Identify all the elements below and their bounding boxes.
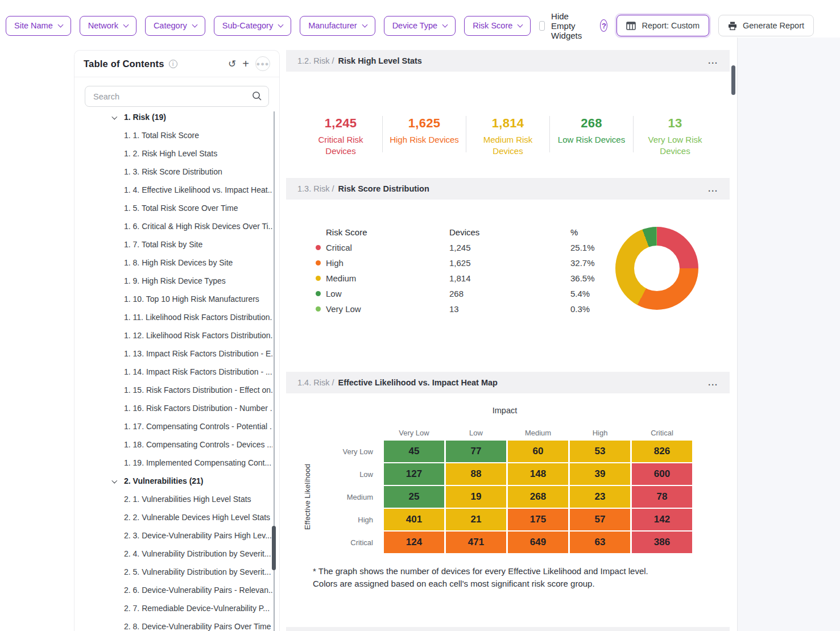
stat-value: 1,625	[383, 116, 466, 131]
stat-value: 268	[550, 116, 633, 131]
footnote-line-2: Colors are assigned based on each cell's…	[313, 578, 648, 590]
legend-row-label: Critical	[316, 243, 449, 252]
refresh-icon[interactable]: ↺	[228, 59, 236, 69]
toc-scrollbar-thumb[interactable]	[272, 526, 276, 570]
toc-item-1-1-total-risk-s[interactable]: 1. 1. Total Risk Score	[75, 126, 272, 144]
toc-item-2-6-device-vulne[interactable]: 2. 6. Device-Vulnerability Pairs - Relev…	[75, 581, 272, 599]
toc-item-1-8-high-risk-de[interactable]: 1. 8. High Risk Devices by Site	[75, 254, 272, 272]
heatmap-cell: 63	[570, 532, 630, 553]
hide-empty-widgets-checkbox[interactable]	[539, 21, 545, 31]
widget-menu-button[interactable]: ...	[708, 184, 718, 193]
toc-actions: ↺ + ●●●	[228, 56, 270, 71]
toc-item-1-14-impact-risk[interactable]: 1. 14. Impact Risk Factors Distribution …	[75, 363, 272, 381]
chevron-down-icon	[518, 22, 523, 27]
heatmap-cell: 268	[508, 486, 568, 508]
heatmap-corner	[319, 426, 382, 439]
toc-title: Table of Contents	[84, 59, 164, 69]
legend-text: Low	[326, 289, 342, 298]
heatmap-cell: 175	[508, 509, 568, 530]
toc-item-1-4-effective-li[interactable]: 1. 4. Effective Likelihood vs. Impact He…	[75, 181, 272, 199]
heatmap-cell: 23	[570, 486, 630, 508]
toc-item-2-3-device-vulne[interactable]: 2. 3. Device-Vulnerability Pairs High Le…	[75, 526, 272, 545]
heatmap-cell: 21	[446, 509, 506, 530]
heatmap-cell: 45	[384, 441, 444, 462]
chevron-down-icon	[192, 22, 197, 27]
toc-item-1-19-implemented[interactable]: 1. 19. Implemented Compensating Cont...	[75, 454, 272, 472]
report-custom-button[interactable]: Report: Custom	[616, 15, 709, 36]
search-input[interactable]	[85, 86, 269, 107]
generate-report-label: Generate Report	[743, 21, 804, 30]
legend-row-label: Medium	[316, 273, 449, 283]
toc-item-1-2-risk-high-le[interactable]: 1. 2. Risk High Level Stats	[75, 144, 272, 163]
filter-site-name[interactable]: Site Name	[6, 16, 71, 36]
filter-sub-category[interactable]: Sub-Category	[214, 16, 291, 36]
chevron-down-icon	[112, 114, 117, 119]
filter-manufacturer[interactable]: Manufacturer	[300, 16, 375, 36]
toc-item-1-16-risk-factor[interactable]: 1. 16. Risk Factors Distribution - Numbe…	[75, 399, 272, 417]
filter-category[interactable]: Category	[145, 16, 205, 36]
page-gutter	[738, 38, 840, 631]
widget-menu-button[interactable]: ...	[708, 56, 718, 65]
toc-item-1-18-compensatin[interactable]: 1. 18. Compensating Controls - Devices .…	[75, 435, 272, 454]
toc-item-1-17-compensatin[interactable]: 1. 17. Compensating Controls - Potential…	[75, 417, 272, 435]
toc-item-1-5-total-risk-s[interactable]: 1. 5. Total Risk Score Over Time	[75, 199, 272, 217]
filter-device-type[interactable]: Device Type	[384, 16, 456, 36]
filter-label: Sub-Category	[222, 21, 273, 30]
toc-item-2-8-device-vulne[interactable]: 2. 8. Device-Vulnerability Pairs Over Ti…	[75, 617, 272, 631]
toc-item-2-1-vulnerabilit[interactable]: 2. 1. Vulnerabilities High Level Stats	[75, 490, 272, 508]
stat-label: Medium Risk Devices	[470, 134, 545, 157]
toc-item-1-9-high-risk-de[interactable]: 1. 9. High Risk Device Types	[75, 272, 272, 290]
device-count: 13	[449, 304, 570, 314]
heatmap-grid: Very LowLowMediumHighCriticalVery Low457…	[319, 426, 692, 553]
filters-toolbar: Site NameNetworkCategorySub-CategoryManu…	[6, 10, 806, 41]
heatmap-column-header: High	[570, 426, 630, 439]
toc-section-1-risk-19[interactable]: 1. Risk (19)	[75, 108, 272, 126]
help-icon[interactable]: ?	[600, 19, 607, 32]
legend-dot	[316, 260, 321, 265]
filter-label: Category	[154, 21, 187, 30]
heatmap-cell: 77	[446, 441, 506, 462]
heatmap-cell: 57	[570, 509, 630, 530]
legend-text: Medium	[326, 273, 356, 283]
toolbar-actions: Hide Empty Widgets ? Report: Custom G	[539, 11, 814, 40]
toc-item-2-7-remediable-d[interactable]: 2. 7. Remediable Device-Vulnerability P.…	[75, 599, 272, 617]
chevron-down-icon	[57, 22, 63, 27]
heatmap-column-header: Critical	[632, 426, 692, 439]
stat-label: Critical Risk Devices	[303, 134, 378, 157]
heatmap-row-header: Medium	[319, 486, 382, 508]
filter-risk-score[interactable]: Risk Score	[464, 16, 531, 36]
toc-item-2-5-vulnerabilit[interactable]: 2. 5. Vulnerability Distribution by Seve…	[75, 563, 272, 581]
legend-text: Very Low	[326, 304, 361, 314]
heatmap-cell: 142	[632, 509, 692, 530]
add-icon[interactable]: +	[242, 58, 249, 69]
generate-report-button[interactable]: Generate Report	[718, 15, 814, 36]
toc-item-2-2-vulnerable-d[interactable]: 2. 2. Vulnerable Devices High Level Stat…	[75, 508, 272, 526]
filter-label: Network	[88, 21, 118, 30]
heatmap-row-header: High	[319, 509, 382, 530]
toc-item-1-3-risk-score-d[interactable]: 1. 3. Risk Score Distribution	[75, 163, 272, 181]
toc-section-label: 2. Vulnerabilities (21)	[124, 476, 204, 485]
risk-distribution-table: Risk ScoreDevices%Critical1,24525.1%High…	[316, 225, 627, 317]
toc-item-1-11-likelihood[interactable]: 1. 11. Likelihood Risk Factors Distribut…	[75, 308, 272, 326]
toc-item-1-13-impact-risk[interactable]: 1. 13. Impact Risk Factors Distribution …	[75, 344, 272, 363]
toc-item-1-12-likelihood[interactable]: 1. 12. Likelihood Risk Factors Distribut…	[75, 326, 272, 344]
more-options-icon[interactable]: ●●●	[255, 56, 270, 71]
toc-item-2-4-vulnerabilit[interactable]: 2. 4. Vulnerability Distribution by Seve…	[75, 545, 272, 563]
legend-row-label: Very Low	[316, 304, 449, 314]
toc-item-1-6-critical-h[interactable]: 1. 6. Critical & High Risk Devices Over …	[75, 217, 272, 235]
stat-medium-risk-devices: 1,814Medium Risk Devices	[466, 116, 549, 157]
widget-menu-button[interactable]: ...	[708, 378, 718, 387]
main-scrollbar-thumb[interactable]	[731, 65, 735, 95]
toc-item-1-10-top-10-high[interactable]: 1. 10. Top 10 High Risk Manufacturers	[75, 290, 272, 308]
filter-network[interactable]: Network	[80, 16, 136, 36]
stat-label: High Risk Devices	[387, 134, 462, 146]
heatmap-column-header: Low	[446, 426, 506, 439]
chevron-down-icon	[442, 22, 448, 27]
legend-row-label: Low	[316, 289, 449, 298]
toc-item-1-7-total-risk-b[interactable]: 1. 7. Total Risk by Site	[75, 235, 272, 254]
info-icon[interactable]: i	[169, 60, 177, 68]
toc-section-2-vulnerabilities-21[interactable]: 2. Vulnerabilities (21)	[75, 472, 272, 490]
toc-item-1-15-risk-factor[interactable]: 1. 15. Risk Factors Distribution - Effec…	[75, 381, 272, 399]
heatmap-cell: 386	[632, 532, 692, 553]
filter-label: Site Name	[14, 21, 53, 30]
